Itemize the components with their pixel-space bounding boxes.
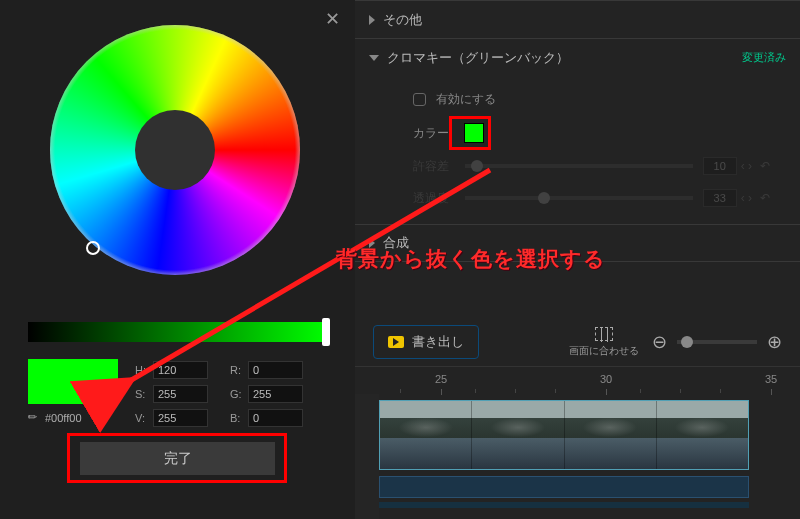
hex-value[interactable]: #00ff00 xyxy=(45,412,82,424)
timeline-toolbar: 書き出し 画面に合わせる ⊖ ⊕ xyxy=(355,318,800,366)
b-input[interactable]: 0 xyxy=(248,409,303,427)
audio-clip-b[interactable] xyxy=(379,502,749,508)
video-clip[interactable] xyxy=(379,400,749,470)
ruler-tick: 25 xyxy=(435,373,447,385)
color-label: カラー xyxy=(413,125,449,142)
color-row: カラー xyxy=(413,116,770,150)
zoom-controls: ⊖ ⊕ xyxy=(652,331,782,353)
color-fields: H: 120 R: 0 S: 255 G: 255 V: 255 B: 0 xyxy=(135,358,325,430)
wheel-handle-icon[interactable] xyxy=(86,241,100,255)
color-swatch xyxy=(28,359,118,404)
h-label: H: xyxy=(135,364,153,376)
transparency-row: 透過度 33 ‹ › ↶ xyxy=(413,182,770,214)
eyedropper-icon[interactable]: ✎ xyxy=(25,410,41,426)
stepper-icon[interactable]: ‹ › xyxy=(741,159,752,173)
play-icon xyxy=(388,336,404,348)
tolerance-label: 許容差 xyxy=(413,158,461,175)
chromakey-body: 有効にする カラー 許容差 10 ‹ › ↶ 透過度 33 ‹ › ↶ xyxy=(355,76,800,224)
r-input[interactable]: 0 xyxy=(248,361,303,379)
zoom-out-icon[interactable]: ⊖ xyxy=(652,331,667,353)
section-chromakey[interactable]: クロマキー（グリーンバック） 変更済み xyxy=(355,38,800,76)
reset-icon[interactable]: ↶ xyxy=(760,159,770,173)
timeline-ruler[interactable]: 25 30 35 xyxy=(355,366,800,394)
audio-clip[interactable] xyxy=(379,476,749,498)
enable-checkbox[interactable] xyxy=(413,93,426,106)
timeline-tracks[interactable] xyxy=(355,394,800,519)
v-label: V: xyxy=(135,412,153,424)
s-label: S: xyxy=(135,388,153,400)
g-label: G: xyxy=(230,388,248,400)
enable-row[interactable]: 有効にする xyxy=(413,82,770,116)
color-picker-panel: ✕ H: 120 R: 0 S: 255 G: 255 V: 255 B: 0 … xyxy=(0,0,355,519)
done-button[interactable]: 完了 xyxy=(80,442,275,475)
export-label: 書き出し xyxy=(412,333,464,351)
section-other[interactable]: その他 xyxy=(355,0,800,38)
changed-badge: 変更済み xyxy=(742,50,786,65)
transparency-slider[interactable] xyxy=(465,196,693,200)
transparency-value[interactable]: 33 xyxy=(703,189,737,207)
color-wheel[interactable] xyxy=(50,25,300,275)
tolerance-value[interactable]: 10 xyxy=(703,157,737,175)
close-icon[interactable]: ✕ xyxy=(325,8,340,30)
track-gutter xyxy=(355,394,379,519)
fit-label: 画面に合わせる xyxy=(569,344,639,358)
section-other-label: その他 xyxy=(383,11,422,29)
section-chroma-label: クロマキー（グリーンバック） xyxy=(387,49,569,67)
chroma-color-chip[interactable] xyxy=(464,123,484,143)
annotation-outline-color xyxy=(449,116,491,150)
enable-label: 有効にする xyxy=(436,91,496,108)
annotation-text: 背景から抜く色を選択する xyxy=(336,245,606,273)
s-input[interactable]: 255 xyxy=(153,385,208,403)
ruler-tick: 35 xyxy=(765,373,777,385)
g-input[interactable]: 255 xyxy=(248,385,303,403)
brightness-slider[interactable] xyxy=(28,322,328,342)
fit-screen-button[interactable]: 画面に合わせる xyxy=(569,327,639,358)
r-label: R: xyxy=(230,364,248,376)
zoom-in-icon[interactable]: ⊕ xyxy=(767,331,782,353)
transparency-label: 透過度 xyxy=(413,190,461,207)
zoom-slider[interactable] xyxy=(677,340,757,344)
reset-icon[interactable]: ↶ xyxy=(760,191,770,205)
stepper-icon[interactable]: ‹ › xyxy=(741,191,752,205)
chevron-right-icon xyxy=(369,15,375,25)
tolerance-row: 許容差 10 ‹ › ↶ xyxy=(413,150,770,182)
fit-icon xyxy=(595,327,613,341)
b-label: B: xyxy=(230,412,248,424)
v-input[interactable]: 255 xyxy=(153,409,208,427)
ruler-tick: 30 xyxy=(600,373,612,385)
export-button[interactable]: 書き出し xyxy=(373,325,479,359)
tolerance-slider[interactable] xyxy=(465,164,693,168)
chevron-down-icon xyxy=(369,55,379,61)
h-input[interactable]: 120 xyxy=(153,361,208,379)
brightness-handle-icon[interactable] xyxy=(322,318,330,346)
